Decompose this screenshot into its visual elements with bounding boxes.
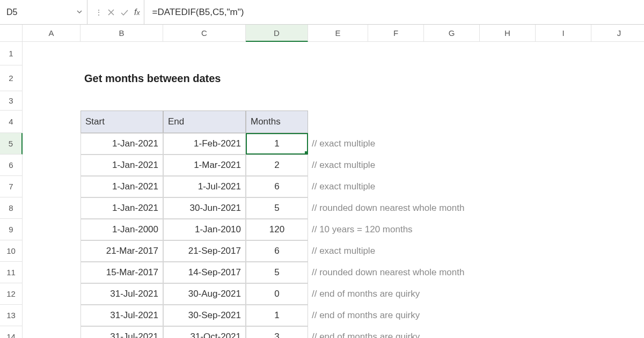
cell-months[interactable]: 0 — [246, 283, 308, 305]
fx-icon[interactable]: fx — [134, 8, 140, 17]
cell-j2[interactable] — [591, 65, 644, 91]
cell-months[interactable]: 120 — [246, 219, 308, 240]
cell-b3[interactable] — [80, 91, 163, 111]
cell-months[interactable]: 6 — [246, 240, 308, 262]
cell-g4[interactable] — [424, 111, 480, 133]
row-head-11[interactable]: 11 — [0, 262, 23, 283]
row-head-2[interactable]: 2 — [0, 65, 23, 91]
select-all-corner[interactable] — [0, 25, 23, 42]
header-end[interactable]: End — [163, 111, 246, 133]
row-head-7[interactable]: 7 — [0, 176, 23, 197]
cell-end[interactable]: 30-Jun-2021 — [163, 197, 246, 219]
cell-h2[interactable] — [480, 65, 536, 91]
cell-h1[interactable] — [480, 42, 536, 65]
cell-a11[interactable] — [23, 262, 80, 283]
cell-f4[interactable] — [368, 111, 424, 133]
enter-icon[interactable] — [120, 9, 129, 16]
cell-start[interactable]: 1-Jan-2021 — [80, 155, 163, 176]
name-box[interactable] — [0, 0, 87, 24]
col-head-g[interactable]: G — [424, 25, 480, 42]
cell-months[interactable]: 1 — [246, 133, 308, 155]
cell-a9[interactable] — [23, 219, 80, 240]
cell-h3[interactable] — [480, 91, 536, 111]
header-months[interactable]: Months — [246, 111, 308, 133]
cell-a6[interactable] — [23, 155, 80, 176]
cell-comment[interactable]: // rounded down nearest whole month — [308, 262, 644, 283]
cell-d3[interactable] — [246, 91, 308, 111]
cell-start[interactable]: 31-Jul-2021 — [80, 305, 163, 326]
cell-a3[interactable] — [23, 91, 80, 111]
cell-e4[interactable] — [308, 111, 368, 133]
cell-start[interactable]: 21-Mar-2017 — [80, 240, 163, 262]
col-head-h[interactable]: H — [480, 25, 536, 42]
page-title[interactable]: Get months between dates — [80, 65, 368, 91]
cell-i1[interactable] — [536, 42, 591, 65]
cell-g3[interactable] — [424, 91, 480, 111]
cell-a2[interactable] — [23, 65, 80, 91]
cell-start[interactable]: 31-Jul-2021 — [80, 326, 163, 338]
cell-j4[interactable] — [591, 111, 644, 133]
cell-a5[interactable] — [23, 133, 80, 155]
cell-end[interactable]: 30-Aug-2021 — [163, 283, 246, 305]
cell-end[interactable]: 14-Sep-2017 — [163, 262, 246, 283]
row-head-13[interactable]: 13 — [0, 305, 23, 326]
col-head-j[interactable]: J — [591, 25, 644, 42]
cell-j1[interactable] — [591, 42, 644, 65]
cell-a13[interactable] — [23, 305, 80, 326]
cell-b1[interactable] — [80, 42, 163, 65]
col-head-i[interactable]: I — [536, 25, 591, 42]
row-head-6[interactable]: 6 — [0, 155, 23, 176]
cell-j3[interactable] — [591, 91, 644, 111]
row-head-5[interactable]: 5 — [0, 133, 23, 155]
row-head-4[interactable]: 4 — [0, 111, 23, 133]
cell-start[interactable]: 1-Jan-2021 — [80, 176, 163, 197]
cell-comment[interactable]: // end of months are quirky — [308, 283, 644, 305]
cell-months[interactable]: 5 — [246, 197, 308, 219]
cell-start[interactable]: 31-Jul-2021 — [80, 283, 163, 305]
cell-f3[interactable] — [368, 91, 424, 111]
name-box-input[interactable] — [0, 0, 87, 24]
cell-comment[interactable]: // exact multiple — [308, 133, 644, 155]
col-head-e[interactable]: E — [308, 25, 368, 42]
cell-d1[interactable] — [246, 42, 308, 65]
cell-start[interactable]: 15-Mar-2017 — [80, 262, 163, 283]
cell-months[interactable]: 1 — [246, 305, 308, 326]
cell-end[interactable]: 1-Jul-2021 — [163, 176, 246, 197]
row-head-9[interactable]: 9 — [0, 219, 23, 240]
cell-h4[interactable] — [480, 111, 536, 133]
col-head-c[interactable]: C — [163, 25, 246, 42]
cell-a8[interactable] — [23, 197, 80, 219]
cell-g2[interactable] — [424, 65, 480, 91]
cell-end[interactable]: 1-Jan-2010 — [163, 219, 246, 240]
cell-comment[interactable]: // end of months are quirky — [308, 326, 644, 338]
cell-i4[interactable] — [536, 111, 591, 133]
cell-comment[interactable]: // exact multiple — [308, 155, 644, 176]
cell-a14[interactable] — [23, 326, 80, 338]
cell-start[interactable]: 1-Jan-2021 — [80, 197, 163, 219]
cell-end[interactable]: 21-Sep-2017 — [163, 240, 246, 262]
col-head-a[interactable]: A — [23, 25, 80, 42]
cell-end[interactable]: 1-Feb-2021 — [163, 133, 246, 155]
row-head-14[interactable]: 14 — [0, 326, 23, 338]
cell-comment[interactable]: // rounded down nearest whole month — [308, 197, 644, 219]
cell-f2[interactable] — [368, 65, 424, 91]
col-head-d[interactable]: D — [246, 25, 308, 42]
cell-e3[interactable] — [308, 91, 368, 111]
cell-a1[interactable] — [23, 42, 80, 65]
cell-start[interactable]: 1-Jan-2000 — [80, 219, 163, 240]
row-head-10[interactable]: 10 — [0, 240, 23, 262]
cell-f1[interactable] — [368, 42, 424, 65]
cell-comment[interactable]: // exact multiple — [308, 176, 644, 197]
cell-i3[interactable] — [536, 91, 591, 111]
row-head-8[interactable]: 8 — [0, 197, 23, 219]
cell-months[interactable]: 6 — [246, 176, 308, 197]
cell-g1[interactable] — [424, 42, 480, 65]
row-head-3[interactable]: 3 — [0, 91, 23, 111]
row-head-1[interactable]: 1 — [0, 42, 23, 65]
formula-input[interactable] — [144, 0, 644, 24]
cell-a12[interactable] — [23, 283, 80, 305]
col-head-b[interactable]: B — [80, 25, 163, 42]
cell-end[interactable]: 1-Mar-2021 — [163, 155, 246, 176]
cell-comment[interactable]: // 10 years = 120 months — [308, 219, 644, 240]
cell-months[interactable]: 5 — [246, 262, 308, 283]
